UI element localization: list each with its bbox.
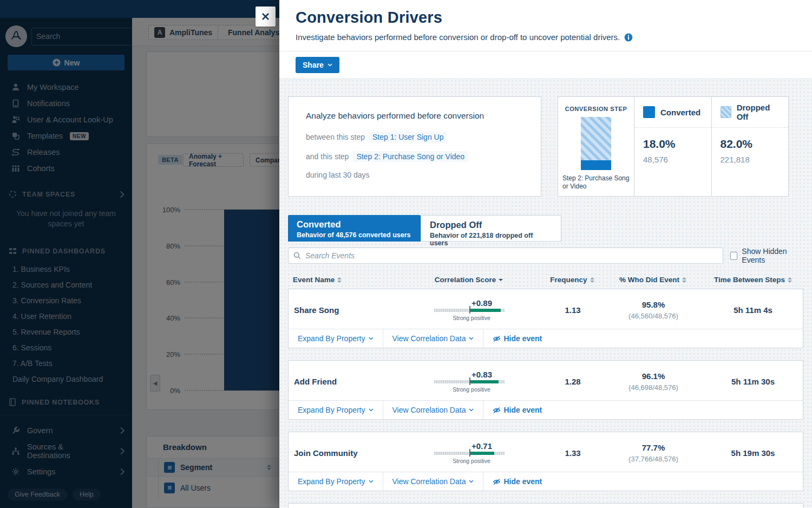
converted-percentage: 18.0% [643, 138, 703, 151]
share-button[interactable]: Share [296, 57, 339, 73]
time-between-steps-value: 5h 19m 30s [703, 448, 803, 458]
chevron-down-icon [369, 408, 374, 412]
close-button[interactable] [256, 6, 276, 27]
expand-by-property-button[interactable]: Expand By Property [289, 401, 383, 419]
frequency-value: 1.28 [542, 377, 604, 386]
sort-icon [590, 277, 594, 283]
correlation-strength-label: Strong positive [453, 458, 490, 464]
column-time-between-steps[interactable]: Time Between Steps [703, 276, 803, 284]
sort-icon [337, 277, 342, 283]
time-between-steps-value: 5h 11m 4s [703, 305, 803, 315]
view-correlation-data-button[interactable]: View Correlation Data [383, 401, 484, 419]
and-step-label: and this step [306, 152, 349, 161]
frequency-value: 1.33 [542, 448, 604, 458]
dropped-off-count: 221,818 [721, 155, 780, 164]
correlation-bar [434, 452, 505, 455]
expand-by-property-button[interactable]: Expand By Property [289, 472, 383, 491]
sort-desc-icon [499, 279, 503, 281]
conversion-step-bar [581, 117, 611, 170]
chevron-down-icon [369, 337, 374, 340]
column-pct-who-did-event[interactable]: % Who Did Event [603, 276, 703, 284]
between-step-label: between this step [306, 133, 365, 141]
conversion-step-card: CONVERSION STEP Step 2: Purchase Song or… [558, 96, 789, 197]
eye-off-icon [493, 478, 501, 485]
show-hidden-events-checkbox[interactable] [730, 252, 737, 260]
search-icon [293, 252, 301, 259]
column-event-name[interactable]: Event Name [288, 276, 396, 284]
chevron-down-icon [369, 480, 374, 483]
converted-count: 48,576 [643, 155, 703, 164]
hide-event-button[interactable]: Hide event [483, 472, 551, 491]
dropped-off-legend-label: Dropped Off [737, 103, 780, 121]
dropped-off-bar-segment [581, 117, 611, 160]
event-name: Join Community [289, 448, 397, 458]
during-label: during last 30 days [306, 171, 370, 179]
search-events-input[interactable] [305, 251, 718, 260]
correlation-bar [434, 380, 505, 383]
event-row-join-community: Join Community +0.71 Strong positive 1.3… [288, 432, 803, 491]
event-ratio: (37,766/48,576) [604, 455, 703, 463]
dropped-off-legend-swatch [721, 106, 731, 118]
eye-off-icon [493, 335, 501, 342]
event-name: Add Friend [289, 377, 397, 386]
event-ratio: (46,698/48,576) [604, 383, 703, 392]
eye-off-icon [493, 407, 501, 414]
page-subtitle: Investigate behaviors performed before c… [296, 32, 620, 42]
page-title: Conversion Drivers [296, 9, 796, 27]
view-correlation-data-button[interactable]: View Correlation Data [383, 329, 484, 348]
time-between-steps-value: 5h 11m 30s [703, 377, 803, 386]
correlation-score-cell: +0.83 Strong positive [397, 370, 542, 393]
expand-by-property-button[interactable]: Expand By Property [289, 329, 383, 348]
step-1-link[interactable]: Step 1: User Sign Up [369, 132, 447, 142]
sort-icon [788, 277, 792, 283]
analysis-summary-card: Analyze behaviors performed before conve… [288, 96, 541, 197]
hide-event-button[interactable]: Hide event [483, 329, 551, 348]
chevron-down-icon [469, 337, 474, 340]
app-window: New My Workspace Notifications User & Ac… [0, 0, 812, 508]
events-table-header: Event Name Correlation Score Frequency %… [288, 276, 803, 289]
chevron-down-icon [328, 63, 332, 67]
hide-event-button[interactable]: Hide event [483, 401, 551, 419]
correlation-bar [434, 309, 505, 312]
chevron-down-icon [469, 408, 474, 412]
pct-who-did-event-cell: 95.8% (46,560/48,576) [604, 300, 703, 320]
correlation-strength-label: Strong positive [453, 315, 490, 321]
close-icon [261, 12, 270, 21]
sort-icon [682, 277, 686, 283]
conversion-drivers-panel: Conversion Drivers Investigate behaviors… [279, 0, 812, 508]
modal-scrim[interactable] [0, 0, 279, 508]
correlation-score-cell: +0.89 Strong positive [397, 298, 542, 321]
conversion-step-label: CONVERSION STEP [562, 106, 630, 112]
show-hidden-events-toggle[interactable]: Show Hidden Events [730, 247, 803, 264]
pct-who-did-event-cell: 96.1% (46,698/48,576) [604, 372, 703, 392]
view-correlation-data-button[interactable]: View Correlation Data [383, 472, 484, 491]
frequency-value: 1.13 [542, 305, 604, 315]
step-2-link[interactable]: Step 2: Purchase Song or Video [353, 151, 468, 162]
tab-converted[interactable]: Converted Behavior of 48,576 converted u… [288, 215, 421, 242]
pct-who-did-event-cell: 77.7% (37,766/48,576) [604, 443, 703, 463]
info-icon[interactable] [624, 33, 633, 42]
column-frequency[interactable]: Frequency [541, 276, 603, 284]
event-row-share-song: Share Song +0.89 Strong positive 1.13 95… [288, 289, 803, 348]
converted-legend-label: Converted [660, 108, 700, 117]
event-name: Share Song [289, 305, 397, 315]
converted-legend-swatch [643, 106, 655, 118]
chevron-down-icon [469, 480, 474, 483]
event-row-partial [288, 503, 803, 508]
correlation-score-cell: +0.71 Strong positive [397, 441, 542, 464]
summary-heading: Analyze behaviors performed before conve… [306, 111, 523, 121]
tab-dropped-off[interactable]: Dropped Off Behavior of 221,818 dropped … [421, 215, 561, 242]
dropped-off-percentage: 82.0% [721, 138, 780, 151]
event-ratio: (46,560/48,576) [604, 312, 703, 320]
converted-bar-segment [581, 160, 611, 170]
conversion-step-caption: Step 2: Purchase Song or Video [562, 174, 630, 191]
column-correlation-score[interactable]: Correlation Score [396, 276, 541, 284]
event-row-add-friend: Add Friend +0.83 Strong positive 1.28 96… [288, 360, 803, 420]
search-events-box [288, 248, 723, 264]
correlation-strength-label: Strong positive [453, 386, 490, 393]
